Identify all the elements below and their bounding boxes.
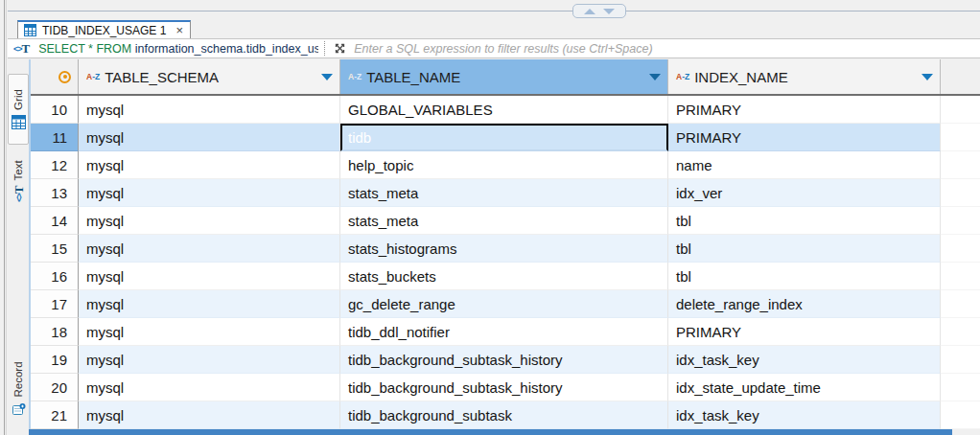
grid-cell[interactable]: idx_task_key (668, 346, 941, 374)
grid-cell[interactable]: stats_meta (340, 179, 668, 207)
column-header-index-name[interactable]: A-Z INDEX_NAME (668, 59, 941, 94)
text-view-icon: <>T (12, 185, 25, 201)
grid-cell[interactable]: GLOBAL_VARIABLES (340, 96, 668, 124)
row-filler (941, 263, 980, 290)
sort-az-icon: A-Z (86, 72, 100, 81)
close-icon[interactable]: × (175, 24, 183, 36)
row-number[interactable]: 17 (31, 290, 79, 318)
row-filler (941, 124, 980, 151)
current-filter-sql[interactable]: SELECT * FROM information_schema.tidb_in… (38, 42, 318, 56)
tab-record-label: Record (12, 361, 24, 397)
grid-view-icon (12, 115, 26, 129)
row-number[interactable]: 14 (31, 207, 79, 235)
panel-collapse-control[interactable] (572, 4, 626, 18)
table-row[interactable]: 21mysqltidb_background_subtaskidx_task_k… (31, 401, 980, 429)
table-row[interactable]: 16mysqlstats_bucketstbl (31, 263, 980, 290)
row-number[interactable]: 19 (31, 346, 79, 374)
row-filler (941, 290, 980, 318)
grid-cell[interactable]: idx_ver (668, 179, 941, 207)
sql-text-icon[interactable]: <>T (13, 42, 30, 55)
focused-cell[interactable]: tidb (340, 124, 668, 151)
grid-cell[interactable]: mysql (79, 401, 340, 429)
grid-cell[interactable]: mysql (79, 318, 340, 346)
grid-cell[interactable]: mysql (79, 290, 340, 318)
grid-cell[interactable]: tidb_ddl_notifier (340, 318, 668, 346)
grid-cell[interactable]: mysql (79, 179, 340, 207)
table-row[interactable]: 12mysqlhelp_topicname (31, 151, 980, 179)
header-filler (941, 59, 980, 94)
grid-cell[interactable]: gc_delete_range (340, 290, 668, 318)
grid-cell[interactable]: help_topic (340, 151, 668, 179)
row-number[interactable]: 18 (31, 318, 79, 346)
sash-divider[interactable] (8, 11, 980, 11)
row-number[interactable]: 12 (31, 151, 79, 179)
tab-text[interactable]: <>T Text (8, 151, 29, 211)
grid-cell[interactable]: stats_histograms (340, 235, 668, 263)
column-dropdown-icon[interactable] (321, 74, 333, 80)
grid-cell[interactable]: name (668, 151, 941, 179)
row-number[interactable]: 13 (31, 179, 79, 207)
tab-grid[interactable]: Grid (8, 74, 29, 145)
table-row[interactable]: 13mysqlstats_metaidx_ver (31, 179, 980, 207)
table-row[interactable]: 18mysqltidb_ddl_notifierPRIMARY (31, 318, 980, 346)
row-number[interactable]: 20 (31, 374, 79, 401)
results-tab[interactable]: TIDB_INDEX_USAGE 1 × (17, 20, 191, 38)
column-header-table-name[interactable]: A-Z TABLE_NAME (340, 59, 668, 94)
tab-record[interactable]: Record (8, 355, 29, 424)
grid-cell[interactable]: mysql (79, 263, 340, 290)
grid-cell[interactable]: idx_task_key (668, 401, 941, 429)
grid-cell[interactable]: tbl (668, 207, 941, 235)
grid-cell[interactable]: idx_state_update_time (668, 374, 941, 401)
row-number[interactable]: 15 (31, 235, 79, 263)
row-number[interactable]: 16 (31, 263, 79, 290)
grid-cell[interactable]: PRIMARY (668, 96, 941, 124)
filter-bar: <>T SELECT * FROM information_schema.tid… (8, 38, 980, 58)
collapse-up-icon[interactable] (584, 9, 595, 14)
grid-cell[interactable]: mysql (79, 151, 340, 179)
grid-cell[interactable]: stats_meta (340, 207, 668, 235)
sql-star: * (88, 42, 93, 56)
row-number[interactable]: 10 (31, 96, 79, 124)
grid-cell[interactable]: tbl (668, 263, 941, 290)
grid-cell[interactable]: delete_range_index (668, 290, 941, 318)
grid-cell[interactable]: mysql (79, 96, 340, 124)
filter-expression-input[interactable] (350, 40, 980, 57)
row-filler (941, 318, 980, 346)
column-header-table-schema[interactable]: A-Z TABLE_SCHEMA (79, 59, 340, 94)
grid-cell[interactable]: PRIMARY (668, 318, 941, 346)
dbeaver-results-panel: TIDB_INDEX_USAGE 1 × <>T SELECT * FROM i… (0, 0, 980, 435)
results-tab-label: TIDB_INDEX_USAGE 1 (42, 24, 166, 37)
table-row[interactable]: 10mysqlGLOBAL_VARIABLESPRIMARY (31, 96, 980, 124)
result-mode-tabs: Grid <>T Text Record (8, 59, 29, 435)
grid-cell[interactable]: mysql (79, 124, 340, 151)
result-grid: A-Z TABLE_SCHEMA A-Z TABLE_NAME A-Z INDE… (29, 59, 980, 429)
grid-cell[interactable]: mysql (79, 374, 340, 401)
table-row[interactable]: 15mysqlstats_histogramstbl (31, 235, 980, 263)
grid-cell[interactable]: stats_buckets (340, 263, 668, 290)
tab-text-label: Text (12, 160, 24, 180)
table-row[interactable]: 19mysqltidb_background_subtask_historyid… (31, 346, 980, 374)
grid-cell[interactable]: tidb_background_subtask (340, 401, 668, 429)
grid-cell[interactable]: PRIMARY (668, 124, 941, 151)
expand-arrows-icon[interactable] (334, 42, 346, 55)
grid-cell[interactable]: mysql (79, 207, 340, 235)
table-row[interactable]: 14mysqlstats_metatbl (31, 207, 980, 235)
row-filler (941, 207, 980, 235)
row-number[interactable]: 21 (31, 401, 79, 429)
bottom-panel-edge[interactable] (29, 429, 952, 435)
table-row[interactable]: 11mysqltidbPRIMARY (31, 124, 980, 151)
tab-grid-label: Grid (12, 89, 24, 110)
table-row[interactable]: 17mysqlgc_delete_rangedelete_range_index (31, 290, 980, 318)
grid-body: 10mysqlGLOBAL_VARIABLESPRIMARY11mysqltid… (31, 96, 980, 429)
collapse-down-icon[interactable] (603, 9, 615, 14)
grid-cell[interactable]: mysql (79, 346, 340, 374)
table-row[interactable]: 20mysqltidb_background_subtask_historyid… (31, 374, 980, 401)
column-dropdown-icon[interactable] (922, 74, 933, 80)
grid-cell[interactable]: tidb_background_subtask_history (340, 346, 668, 374)
grid-cell[interactable]: tbl (668, 235, 941, 263)
column-dropdown-icon[interactable] (649, 74, 661, 80)
grid-cell[interactable]: tidb_background_subtask_history (340, 374, 668, 401)
row-number[interactable]: 11 (31, 124, 79, 151)
grid-cell[interactable]: mysql (79, 235, 340, 263)
grid-corner-cell[interactable] (31, 59, 79, 94)
